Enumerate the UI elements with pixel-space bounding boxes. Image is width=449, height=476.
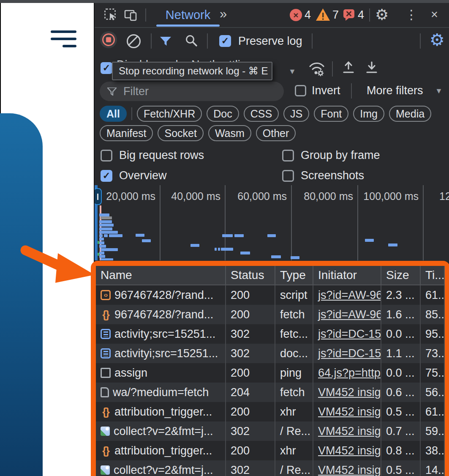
option-label[interactable]: Group by frame — [301, 149, 380, 162]
filter-input[interactable] — [122, 85, 264, 98]
inspect-element-icon[interactable] — [104, 8, 117, 23]
preserve-log-label[interactable]: Preserve log — [238, 35, 302, 48]
option-overview[interactable]: Overview — [101, 169, 167, 182]
filter-chip-wasm[interactable]: Wasm — [208, 125, 251, 141]
filter-chip-media[interactable]: Media — [389, 106, 431, 122]
request-name[interactable]: attribution_trigger... — [114, 405, 212, 419]
waterfall-bar — [109, 234, 122, 237]
option-label[interactable]: Overview — [119, 169, 167, 182]
filter-toggle-icon[interactable] — [160, 37, 171, 48]
table-row[interactable]: assign200ping64.js?p=http0.0 ...75.. — [96, 363, 445, 383]
invert-checkbox[interactable] — [295, 85, 306, 96]
cell-type-value: ping — [280, 367, 302, 380]
settings-gear-icon[interactable]: ⚙ — [375, 6, 389, 24]
network-conditions-icon[interactable] — [308, 60, 326, 79]
filter-chip-manifest[interactable]: Manifest — [100, 125, 153, 141]
option-checkbox[interactable] — [282, 150, 294, 161]
initiator-link[interactable]: VM452 insig — [318, 425, 381, 438]
column-header-name[interactable]: Name — [96, 266, 226, 285]
more-tabs-icon[interactable]: » — [220, 6, 227, 22]
request-name[interactable]: 967467428/?rand... — [114, 308, 213, 321]
more-filters-caret-icon[interactable]: ▼ — [435, 87, 443, 96]
filter-chip-other[interactable]: Other — [256, 125, 296, 141]
filter-chip-all[interactable]: All — [100, 106, 127, 122]
option-checkbox[interactable] — [101, 150, 112, 161]
initiator-link[interactable]: VM452 insig — [318, 405, 381, 419]
issue-count[interactable]: 4 — [358, 8, 364, 22]
filter-chip-img[interactable]: Img — [353, 106, 384, 122]
request-name[interactable]: activityi;src=15251... — [114, 347, 218, 360]
error-count[interactable]: 4 — [305, 8, 311, 22]
option-big-request-rows[interactable]: Big request rows — [101, 149, 204, 162]
table-row[interactable]: collect?v=2&fmt=j...302/ Re...VM452 insi… — [96, 421, 445, 441]
initiator-link[interactable]: 64.js?p=http — [318, 367, 381, 380]
window-top-strip — [0, 0, 449, 3]
initiator-link[interactable]: VM452 insig — [318, 386, 381, 399]
filter-funnel-icon — [107, 88, 117, 96]
option-label[interactable]: Big request rows — [119, 149, 204, 162]
table-row[interactable]: {}attribution_trigger...200xhrVM452 insi… — [96, 441, 445, 460]
column-header-type[interactable]: Type — [275, 266, 313, 285]
table-row[interactable]: activityi;src=15251...302doc...js?id=DC-… — [96, 344, 445, 363]
timeline-tick-label: 120 — [439, 190, 449, 202]
initiator-link[interactable]: js?id=AW-96 — [318, 308, 381, 321]
kebab-menu-icon[interactable]: ⋮ — [405, 7, 418, 22]
column-header-ti[interactable]: Ti... — [421, 266, 445, 285]
table-row[interactable]: {}attribution_trigger...200xhrVM452 insi… — [96, 402, 445, 421]
table-row[interactable]: wa/?medium=fetch204fetchVM452 insig0.6 .… — [96, 383, 445, 402]
request-name[interactable]: collect?v=2&fmt=j... — [114, 464, 213, 476]
search-icon[interactable] — [185, 34, 198, 49]
invert-label[interactable]: Invert — [312, 84, 340, 97]
initiator-link[interactable]: VM452 insig — [318, 464, 381, 476]
initiator-link[interactable]: VM452 insig — [318, 444, 381, 457]
device-toolbar-icon[interactable] — [124, 8, 138, 24]
import-har-icon[interactable] — [342, 60, 355, 77]
table-row[interactable]: activity;src=15251...302fetc...js?id=DC-… — [96, 324, 445, 344]
export-har-icon[interactable] — [365, 60, 378, 77]
cell-size: 0.6 ... — [381, 383, 421, 402]
warning-badge-icon[interactable] — [315, 8, 331, 23]
initiator-link[interactable]: js?id=AW-96 — [318, 289, 381, 302]
request-name[interactable]: assign — [114, 367, 147, 380]
disable-cache-checkbox[interactable] — [101, 62, 112, 74]
more-filters-label[interactable]: More filters — [367, 84, 423, 97]
option-group-by-frame[interactable]: Group by frame — [282, 149, 380, 162]
option-screenshots[interactable]: Screenshots — [282, 169, 364, 182]
request-name[interactable]: attribution_trigger... — [114, 444, 212, 457]
request-name[interactable]: collect?v=2&fmt=j... — [114, 425, 213, 438]
column-header-initiator[interactable]: Initiator — [313, 266, 381, 285]
initiator-link[interactable]: js?id=DC-15 — [318, 328, 381, 341]
filter-chip-fetchxhr[interactable]: Fetch/XHR — [137, 106, 202, 122]
request-name[interactable]: activity;src=15251... — [114, 328, 215, 341]
option-checkbox[interactable] — [282, 170, 294, 182]
error-badge-icon[interactable]: × — [290, 9, 302, 21]
close-devtools-icon[interactable]: × — [431, 8, 438, 22]
initiator-link[interactable]: js?id=DC-15 — [318, 347, 381, 360]
network-overview-timeline[interactable]: 20,000 ms40,000 ms60,000 ms80,000 ms100,… — [95, 185, 449, 260]
filter-chip-font[interactable]: Font — [314, 106, 348, 122]
filter-field[interactable] — [100, 82, 284, 101]
filter-chip-doc[interactable]: Doc — [207, 106, 239, 122]
option-checkbox[interactable] — [101, 170, 112, 182]
timeline-resize-handle[interactable] — [95, 188, 102, 205]
request-name[interactable]: wa/?medium=fetch — [113, 386, 209, 399]
network-settings-gear-icon[interactable]: ⚙ — [430, 30, 445, 49]
option-label[interactable]: Screenshots — [301, 169, 364, 182]
preserve-log-checkbox[interactable] — [219, 35, 231, 47]
request-name[interactable]: 967467428/?rand... — [114, 289, 213, 302]
filter-chip-css[interactable]: CSS — [244, 106, 279, 122]
clear-network-log-button[interactable] — [127, 34, 141, 48]
filter-chip-socket[interactable]: Socket — [158, 125, 203, 141]
column-header-size[interactable]: Size — [381, 266, 421, 285]
issues-badge-icon[interactable] — [343, 9, 355, 23]
table-row[interactable]: {}967467428/?rand...200fetchjs?id=AW-961… — [96, 305, 445, 324]
column-header-status[interactable]: Status — [226, 266, 275, 285]
table-row[interactable]: collect?v=2&fmt=j...302/ Re...VM452 insi… — [96, 460, 445, 476]
filter-chip-js[interactable]: JS — [283, 106, 309, 122]
warning-count[interactable]: 7 — [332, 8, 339, 22]
table-row[interactable]: ‹›967467428/?rand...200scriptjs?id=AW-96… — [96, 285, 445, 305]
throttling-dropdown-caret-icon[interactable]: ▼ — [288, 67, 296, 76]
waterfall-bar — [101, 258, 113, 260]
stop-recording-button[interactable] — [100, 31, 117, 48]
tab-network[interactable]: Network — [156, 3, 220, 27]
